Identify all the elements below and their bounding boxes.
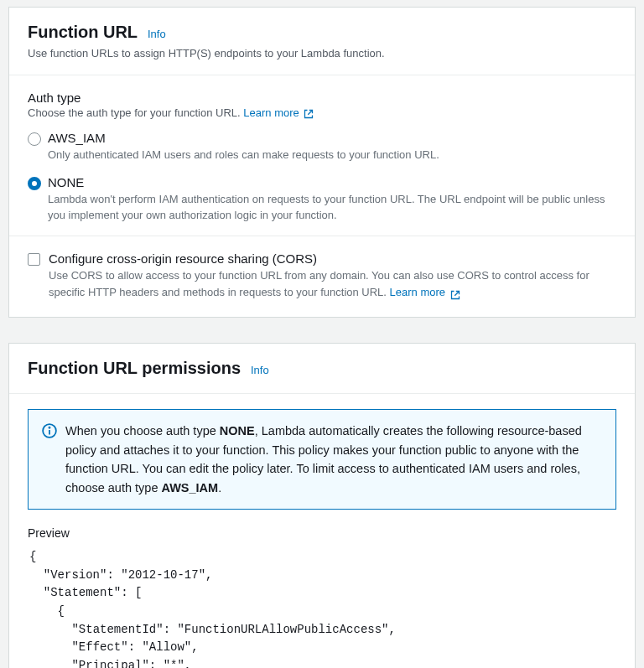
panel-spacer: [0, 324, 644, 336]
permissions-body: When you choose auth type NONE, Lambda a…: [9, 394, 635, 668]
cors-desc: Use CORS to allow access to your functio…: [49, 269, 589, 299]
function-url-title: Function URL: [28, 23, 138, 41]
function-url-panel: Function URL Info Use function URLs to a…: [8, 7, 636, 318]
cors-label: Configure cross-origin resource sharing …: [49, 251, 616, 266]
permissions-alert-text: When you choose auth type NONE, Lambda a…: [65, 422, 602, 497]
alert-prefix: When you choose auth type: [65, 424, 220, 438]
alert-auth-none: NONE: [220, 424, 255, 438]
permissions-title: Function URL permissions: [28, 359, 241, 377]
auth-type-label: Auth type: [28, 91, 616, 105]
svg-point-1: [49, 427, 49, 428]
auth-type-desc: Choose the auth type for your function U…: [28, 106, 241, 119]
function-url-desc: Use function URLs to assign HTTP(S) endp…: [28, 47, 616, 60]
external-link-icon: [304, 109, 314, 119]
function-url-info-link[interactable]: Info: [148, 28, 166, 40]
external-link-icon: [450, 288, 460, 298]
auth-type-option-none[interactable]: NONE Lambda won't perform IAM authentica…: [28, 175, 616, 224]
permissions-info-link[interactable]: Info: [251, 364, 269, 376]
auth-type-learn-more-text: Learn more: [243, 106, 299, 119]
cors-learn-more-link[interactable]: Learn more: [390, 286, 460, 298]
permissions-header: Function URL permissions Info: [9, 344, 635, 394]
info-icon: [42, 423, 57, 438]
radio-title-aws-iam: AWS_IAM: [48, 131, 616, 145]
function-url-body: Auth type Choose the auth type for your …: [9, 75, 635, 317]
radio-content-aws-iam: AWS_IAM Only authenticated IAM users and…: [48, 131, 616, 163]
alert-auth-iam: AWS_IAM: [161, 481, 218, 495]
radio-button-none[interactable]: [28, 177, 41, 190]
radio-content-none: NONE Lambda won't perform IAM authentica…: [48, 175, 616, 224]
function-url-header: Function URL Info Use function URLs to a…: [9, 8, 635, 75]
auth-type-desc-row: Choose the auth type for your function U…: [28, 106, 616, 119]
auth-type-option-aws-iam[interactable]: AWS_IAM Only authenticated IAM users and…: [28, 131, 616, 163]
preview-label: Preview: [28, 526, 616, 540]
cors-desc-row: Use CORS to allow access to your functio…: [49, 267, 616, 303]
radio-button-aws-iam[interactable]: [28, 132, 41, 146]
radio-desc-aws-iam: Only authenticated IAM users and roles c…: [48, 147, 616, 163]
radio-desc-none: Lambda won't perform IAM authentication …: [48, 191, 616, 224]
cors-checkbox-item[interactable]: Configure cross-origin resource sharing …: [28, 251, 616, 303]
alert-suffix: .: [218, 481, 221, 495]
permissions-panel: Function URL permissions Info When you c…: [8, 343, 636, 668]
cors-checkbox-content: Configure cross-origin resource sharing …: [49, 251, 616, 303]
radio-title-none: NONE: [48, 175, 616, 189]
auth-type-learn-more-link[interactable]: Learn more: [243, 106, 314, 119]
permissions-alert: When you choose auth type NONE, Lambda a…: [28, 409, 616, 510]
cors-checkbox[interactable]: [28, 253, 40, 266]
policy-preview: { "Version": "2012-10-17", "Statement": …: [28, 545, 616, 668]
cors-learn-more-text: Learn more: [390, 286, 445, 298]
section-divider: [9, 236, 635, 236]
auth-type-radio-group: AWS_IAM Only authenticated IAM users and…: [28, 131, 616, 224]
